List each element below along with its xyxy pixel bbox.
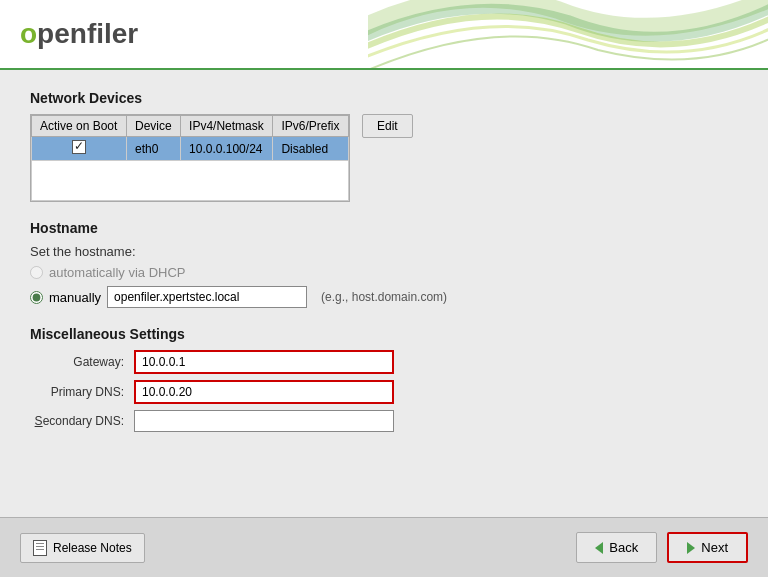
back-arrow-icon xyxy=(595,542,603,554)
back-button[interactable]: Back xyxy=(576,532,657,563)
misc-form: Gateway: Primary DNS: Secondary DNS: xyxy=(30,350,450,432)
edit-button[interactable]: Edit xyxy=(362,114,413,138)
checkbox-checked xyxy=(72,140,86,154)
col-device: Device xyxy=(127,116,181,137)
network-devices-title: Network Devices xyxy=(30,90,738,106)
hostname-input[interactable] xyxy=(107,286,307,308)
header-decoration xyxy=(368,0,768,70)
col-ipv4: IPv4/Netmask xyxy=(181,116,273,137)
hostname-section: Hostname Set the hostname: automatically… xyxy=(30,220,738,308)
primary-dns-label: Primary DNS: xyxy=(30,385,130,399)
secondary-dns-input[interactable] xyxy=(134,410,394,432)
document-icon xyxy=(33,540,47,556)
auto-dhcp-label: automatically via DHCP xyxy=(49,265,186,280)
footer-nav: Back Next xyxy=(576,532,748,563)
active-boot-cell xyxy=(32,137,127,161)
network-table: Active on Boot Device IPv4/Netmask IPv6/… xyxy=(30,114,350,202)
secondary-dns-label: Secondary DNS: xyxy=(30,414,130,428)
header: openfiler xyxy=(0,0,768,70)
hostname-title: Hostname xyxy=(30,220,738,236)
main-content: Network Devices Active on Boot Device IP… xyxy=(0,70,768,517)
release-notes-button[interactable]: Release Notes xyxy=(20,533,145,563)
network-devices-section: Network Devices Active on Boot Device IP… xyxy=(30,90,738,202)
auto-dhcp-radio[interactable] xyxy=(30,266,43,279)
table-row[interactable]: eth0 10.0.0.100/24 Disabled xyxy=(32,137,349,161)
primary-dns-label-text: Primary DNS: xyxy=(51,385,124,399)
manual-row: manually (e.g., host.domain.com) xyxy=(30,286,738,308)
col-active-boot: Active on Boot xyxy=(32,116,127,137)
manual-radio[interactable] xyxy=(30,291,43,304)
table-row-empty xyxy=(32,161,349,201)
misc-title: Miscellaneous Settings xyxy=(30,326,738,342)
secondary-dns-label-text: Secondary DNS: xyxy=(35,414,124,428)
footer: Release Notes Back Next xyxy=(0,517,768,577)
back-label: Back xyxy=(609,540,638,555)
ipv6-cell: Disabled xyxy=(273,137,349,161)
set-hostname-label: Set the hostname: xyxy=(30,244,738,259)
network-table-wrapper: Active on Boot Device IPv4/Netmask IPv6/… xyxy=(30,114,738,202)
next-label: Next xyxy=(701,540,728,555)
auto-dhcp-row: automatically via DHCP xyxy=(30,265,738,280)
device-cell: eth0 xyxy=(127,137,181,161)
manual-label: manually xyxy=(49,290,101,305)
misc-section: Miscellaneous Settings Gateway: Primary … xyxy=(30,326,738,432)
next-button[interactable]: Next xyxy=(667,532,748,563)
ipv4-cell: 10.0.0.100/24 xyxy=(181,137,273,161)
primary-dns-input[interactable] xyxy=(134,380,394,404)
hostname-hint: (e.g., host.domain.com) xyxy=(321,290,447,304)
gateway-input[interactable] xyxy=(134,350,394,374)
logo: openfiler xyxy=(20,18,138,50)
logo-text: openfiler xyxy=(20,18,138,50)
gateway-label: Gateway: xyxy=(30,355,130,369)
col-ipv6: IPv6/Prefix xyxy=(273,116,349,137)
next-arrow-icon xyxy=(687,542,695,554)
release-notes-label: Release Notes xyxy=(53,541,132,555)
